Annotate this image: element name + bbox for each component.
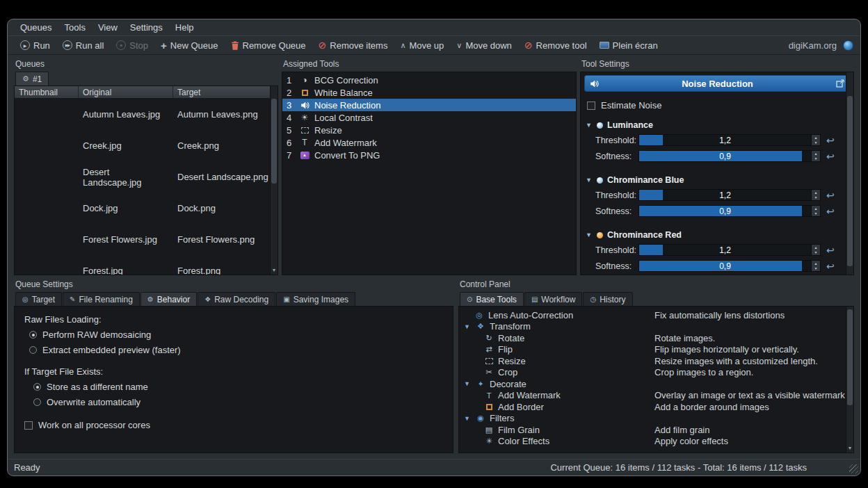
collapse-arrow-icon[interactable]: ▼ — [586, 122, 593, 129]
spinner[interactable]: ▲▼ — [811, 190, 820, 200]
radio-extract-preview[interactable]: Extract embedded preview (faster) — [29, 345, 443, 355]
run-all-button[interactable]: ▶▶ Run all — [57, 39, 109, 52]
table-row[interactable]: Creek.jpg Creek.png — [15, 130, 278, 161]
tree-group-decorate[interactable]: ▼✦Decorate — [459, 378, 853, 390]
new-queue-button[interactable]: + New Queue — [155, 39, 223, 52]
remove-items-button[interactable]: ⊘ Remove items — [313, 39, 394, 52]
threshold-slider[interactable]: 1,2 ▲▼ — [638, 244, 821, 256]
column-thumbnail[interactable]: Thumbnail — [15, 86, 79, 98]
scrollbar-thumb[interactable] — [847, 96, 853, 266]
tree-group-filters[interactable]: ▼◉Filters — [459, 413, 853, 425]
tree-item-add-border[interactable]: Add Border Add a border around images — [459, 401, 853, 413]
run-button[interactable]: ▶ Run — [15, 39, 56, 52]
radio-icon[interactable] — [29, 331, 37, 339]
spin-up-icon[interactable]: ▲ — [812, 151, 820, 156]
radio-overwrite[interactable]: Overwrite automatically — [33, 397, 443, 407]
spinner[interactable]: ▲▼ — [811, 206, 820, 216]
queues-scrollbar[interactable]: ▼ — [270, 86, 278, 275]
scroll-down-icon[interactable]: ▼ — [846, 444, 853, 453]
reset-icon[interactable]: ↩ — [826, 261, 835, 271]
fullscreen-button[interactable]: Plein écran — [594, 39, 664, 52]
remove-tool-button[interactable]: ⊘ Remove tool — [519, 39, 593, 52]
move-down-button[interactable]: ∨ Move down — [451, 39, 517, 52]
table-row[interactable]: Desert Landscape.jpg Desert Landscape.pn… — [15, 161, 278, 193]
tab-history[interactable]: ◷ History — [583, 292, 632, 306]
reset-icon[interactable]: ↩ — [826, 245, 835, 255]
detach-settings-icon[interactable] — [836, 79, 844, 88]
expand-arrow-icon[interactable]: ▼ — [464, 380, 472, 387]
tool-item-white-balance[interactable]: 2 White Balance — [282, 86, 576, 99]
expand-arrow-icon[interactable]: ▼ — [464, 323, 472, 330]
spin-up-icon[interactable]: ▲ — [812, 261, 820, 266]
checkbox-icon[interactable] — [24, 421, 33, 430]
digikam-brand-link[interactable]: digiKam.org — [789, 40, 837, 51]
queue-tab-1[interactable]: ⚙ #1 — [15, 72, 49, 86]
spin-up-icon[interactable]: ▲ — [812, 206, 820, 211]
spin-down-icon[interactable]: ▼ — [812, 195, 820, 201]
tab-workflow[interactable]: ▤ Workflow — [524, 292, 583, 306]
spinner[interactable]: ▲▼ — [811, 245, 820, 255]
checkbox-icon[interactable] — [587, 101, 595, 110]
tab-saving-images[interactable]: ▣ Saving Images — [276, 292, 355, 306]
scrollbar-thumb[interactable] — [271, 99, 277, 184]
tab-base-tools[interactable]: ⊙ Base Tools — [460, 292, 524, 306]
column-original[interactable]: Original — [79, 86, 173, 98]
spin-down-icon[interactable]: ▼ — [812, 266, 820, 272]
scroll-down-icon[interactable]: ▼ — [271, 266, 278, 275]
softness-slider[interactable]: 0,9 ▲▼ — [638, 150, 821, 162]
luminance-section-header[interactable]: ▼ Luminance — [586, 120, 849, 130]
tree-item-color-effects[interactable]: ✳Color Effects Apply color effects — [459, 436, 853, 448]
menu-tools[interactable]: Tools — [59, 21, 91, 34]
threshold-slider[interactable]: 1,2 ▲▼ — [638, 189, 821, 201]
remove-queue-button[interactable]: Remove Queue — [225, 39, 312, 52]
spin-down-icon[interactable]: ▼ — [812, 211, 820, 217]
threshold-slider[interactable]: 1,2 ▲▼ — [638, 134, 821, 146]
collapse-arrow-icon[interactable]: ▼ — [586, 231, 593, 238]
spin-up-icon[interactable]: ▲ — [812, 135, 820, 140]
tree-item-film-grain[interactable]: ▤Film Grain Add film grain — [459, 424, 853, 436]
menu-settings[interactable]: Settings — [124, 21, 168, 34]
radio-icon[interactable] — [33, 398, 41, 406]
tree-item-crop[interactable]: ✂Crop Crop images to a region. — [459, 367, 853, 379]
chrominance-blue-header[interactable]: ▼ Chrominance Blue — [586, 175, 849, 185]
menu-queues[interactable]: Queues — [15, 21, 58, 34]
chrominance-red-header[interactable]: ▼ Chrominance Red — [586, 230, 849, 240]
expand-arrow-icon[interactable]: ▼ — [464, 415, 472, 422]
menu-help[interactable]: Help — [170, 21, 200, 34]
softness-slider[interactable]: 0,9 ▲▼ — [638, 205, 821, 217]
table-row[interactable]: Forest.jpg Forest.png — [15, 255, 278, 275]
tool-item-resize[interactable]: 5 Resize — [282, 124, 576, 136]
tool-item-convert-png[interactable]: 7 ▲ Convert To PNG — [282, 149, 576, 161]
radio-perform-demosaicing[interactable]: Perform RAW demosaicing — [29, 330, 443, 340]
tree-item-flip[interactable]: ⇄Flip Flip images horizontally or vertic… — [459, 344, 853, 356]
spin-down-icon[interactable]: ▼ — [812, 156, 820, 162]
tab-behavior[interactable]: ⚙ Behavior — [140, 292, 197, 306]
tab-raw-decoding[interactable]: ❖ Raw Decoding — [198, 292, 275, 306]
radio-store-different-name[interactable]: Store as a different name — [33, 382, 443, 392]
softness-slider[interactable]: 0,9 ▲▼ — [638, 260, 821, 272]
reset-icon[interactable]: ↩ — [826, 190, 835, 200]
reset-icon[interactable]: ↩ — [826, 136, 835, 145]
tree-item-resize[interactable]: Resize Resize images with a customized l… — [459, 355, 853, 367]
reset-icon[interactable]: ↩ — [826, 152, 835, 161]
checkbox-all-cores[interactable]: Work on all processor cores — [24, 420, 443, 430]
column-target[interactable]: Target — [173, 86, 278, 98]
tree-item-rotate[interactable]: ↻Rotate Rotate images. — [459, 332, 853, 344]
radio-icon[interactable] — [29, 346, 37, 354]
spin-up-icon[interactable]: ▲ — [812, 190, 820, 195]
spin-up-icon[interactable]: ▲ — [812, 245, 820, 250]
tree-item-lens-auto-correction[interactable]: ◎Lens Auto-Correction Fix automatically … — [459, 309, 853, 321]
spin-down-icon[interactable]: ▼ — [812, 140, 820, 146]
tool-item-add-watermark[interactable]: 6 T Add Watermark — [282, 136, 576, 149]
resize-grip[interactable] — [849, 464, 858, 473]
tree-item-add-watermark[interactable]: TAdd Watermark Overlay an image or text … — [459, 390, 853, 402]
tab-file-renaming[interactable]: ✎ File Renaming — [63, 292, 140, 306]
reset-icon[interactable]: ↩ — [826, 206, 835, 216]
move-up-button[interactable]: ∧ Move up — [394, 39, 449, 52]
collapse-arrow-icon[interactable]: ▼ — [586, 177, 593, 184]
table-row[interactable]: Dock.jpg Dock.png — [15, 193, 278, 224]
spinner[interactable]: ▲▼ — [811, 151, 820, 161]
stop-button[interactable]: ■ Stop — [111, 39, 154, 52]
spinner[interactable]: ▲▼ — [811, 261, 820, 271]
tool-item-bcg[interactable]: 1 ◑ BCG Correction — [282, 74, 576, 86]
